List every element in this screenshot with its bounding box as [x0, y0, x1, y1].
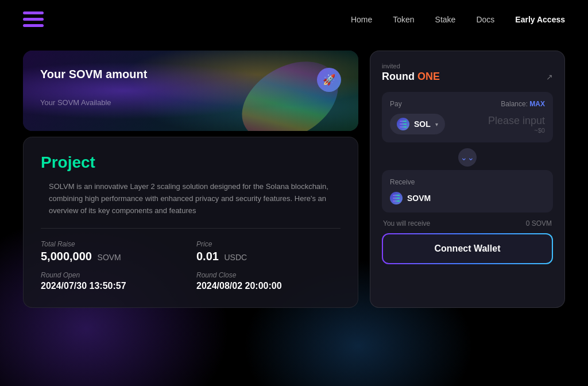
sol-token-selector[interactable]: SOL ▾ — [390, 114, 445, 134]
total-raise-label: Total Raise — [41, 240, 185, 248]
nav-home[interactable]: Home — [351, 15, 372, 24]
svg-rect-2 — [23, 24, 44, 27]
sovm-card: Your SOVM amount Your SOVM Available 🚀 — [23, 51, 358, 131]
project-title: Project — [41, 153, 341, 172]
nav-docs[interactable]: Docs — [476, 15, 494, 24]
project-card: Project SOLVM is an innovative Layer 2 s… — [23, 137, 358, 308]
project-stats: Total Raise 5,000,000 SOVM Price 0.01 US… — [41, 240, 341, 291]
sovm-title: Your SOVM amount — [40, 68, 147, 81]
pay-header: Pay Balance: MAX — [390, 100, 545, 108]
invited-label: invited — [382, 63, 553, 70]
receive-section: Receive SOVM — [382, 170, 553, 213]
stat-price: Price 0.01 USDC — [196, 240, 341, 263]
panel-round-icon[interactable]: ↗ — [546, 72, 553, 82]
sovm-icon — [390, 192, 403, 204]
sovm-available-label: Your SOVM Available — [40, 98, 147, 107]
sol-icon — [397, 118, 409, 130]
project-divider — [41, 228, 341, 229]
navbar: Home Token Stake Docs Early Access — [0, 0, 588, 39]
stat-round-close: Round Close 2024/08/02 20:00:00 — [196, 271, 341, 291]
will-receive-row: You will receive 0 SOVM — [382, 219, 553, 227]
pay-section: Pay Balance: MAX SOL — [382, 92, 553, 142]
round-close-label: Round Close — [196, 271, 341, 279]
pay-placeholder[interactable]: Please input — [488, 115, 545, 127]
stat-total-raise: Total Raise 5,000,000 SOVM — [41, 240, 185, 263]
nav-token[interactable]: Token — [393, 15, 414, 24]
swap-arrow-button[interactable]: ⌄⌄ — [458, 148, 477, 167]
sol-dropdown-chevron: ▾ — [435, 121, 438, 128]
pay-usd-value: ~$0 — [488, 127, 545, 134]
nav-links: Home Token Stake Docs Early Access — [351, 15, 565, 24]
sovm-text: Your SOVM amount Your SOVM Available — [40, 68, 147, 107]
trading-panel: invited Round ONE ↗ Pay Balance: MAX — [370, 51, 565, 308]
nav-stake[interactable]: Stake — [435, 15, 456, 24]
swap-arrow-container: ⌄⌄ — [382, 145, 553, 170]
round-open-label: Round Open — [41, 271, 185, 279]
pay-input-area: Please input ~$0 — [488, 115, 545, 134]
sol-token-name: SOL — [414, 119, 431, 129]
price-label: Price — [196, 240, 341, 248]
pay-row: SOL ▾ Please input ~$0 — [390, 114, 545, 134]
svg-rect-0 — [23, 11, 44, 14]
left-column: Your SOVM amount Your SOVM Available 🚀 P… — [23, 51, 358, 308]
sovm-card-content: Your SOVM amount Your SOVM Available 🚀 — [23, 51, 358, 118]
stat-round-open: Round Open 2024/07/30 13:50:57 — [41, 271, 185, 291]
round-close-value: 2024/08/02 20:00:00 — [196, 281, 341, 291]
pay-label: Pay — [390, 100, 402, 108]
svg-rect-1 — [23, 18, 44, 21]
will-receive-value: 0 SOVM — [526, 219, 552, 227]
logo — [23, 10, 46, 29]
balance-label: Balance: MAX — [501, 100, 545, 108]
main-content: Your SOVM amount Your SOVM Available 🚀 P… — [0, 39, 588, 319]
connect-wallet-button[interactable]: Connect Wallet — [382, 233, 553, 264]
sovm-token-name: SOVM — [407, 194, 431, 203]
max-button[interactable]: MAX — [529, 100, 545, 108]
price-value: 0.01 USDC — [196, 250, 341, 263]
round-open-value: 2024/07/30 13:50:57 — [41, 281, 185, 291]
receive-token: SOVM — [390, 192, 545, 204]
total-raise-value: 5,000,000 SOVM — [41, 250, 185, 263]
avatar: 🚀 — [317, 68, 341, 92]
panel-round-row: Round ONE ↗ — [382, 71, 553, 83]
will-receive-label: You will receive — [383, 219, 430, 227]
project-description: SOLVM is an innovative Layer 2 scaling s… — [41, 181, 341, 217]
receive-label: Receive — [390, 178, 545, 186]
round-text: Round ONE — [382, 71, 440, 83]
nav-early-access[interactable]: Early Access — [515, 15, 565, 24]
